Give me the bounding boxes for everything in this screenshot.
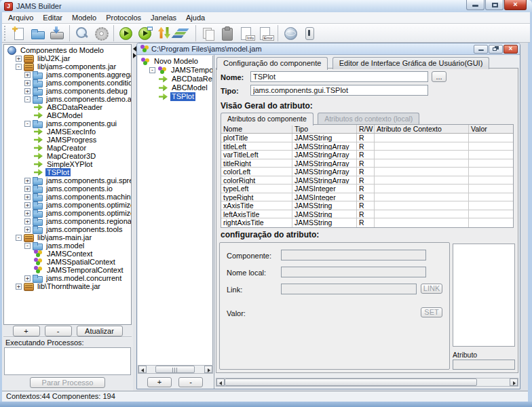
settings-button[interactable] <box>92 24 111 42</box>
library-item-componentes-do-modelo[interactable]: Componentes do Modelo <box>4 46 131 54</box>
table-row[interactable]: typeLeftJAMSIntegerR <box>221 185 513 193</box>
tree-toggle-expand-icon[interactable]: + <box>24 178 31 184</box>
table-row[interactable]: colorLeftJAMSStringArrayR <box>221 168 513 176</box>
run-model-button[interactable] <box>117 24 136 42</box>
scrollbar-thumb[interactable] <box>225 379 477 386</box>
library-item-jams-components-aggregate[interactable]: +jams.components.aggregate <box>4 71 131 79</box>
remove-component-button[interactable]: - <box>178 377 203 387</box>
menu-ajuda[interactable]: Ajuda <box>181 13 210 22</box>
column-header-r-w[interactable]: R/W <box>357 125 375 133</box>
library-item-jamsexecinfo[interactable]: JAMSExecInfo <box>4 128 131 136</box>
table-row[interactable]: leftAxisTitleJAMSStringR <box>221 210 513 219</box>
library-item-jamsspatialcontext[interactable]: JAMSSpatialContext <box>4 258 131 266</box>
table-row[interactable]: xAxisTitleJAMSStringR <box>221 201 513 210</box>
library-item-jams-components-debug[interactable]: +jams.components.debug <box>4 87 131 95</box>
add-library-button[interactable]: + <box>13 326 40 336</box>
column-header-tipo[interactable]: Tipo <box>292 125 357 133</box>
new-model-button[interactable] <box>10 24 28 42</box>
open-model-button[interactable] <box>28 24 48 42</box>
library-item-lib-jams-main-jar[interactable]: -lib\jams-main.jar <box>4 233 131 241</box>
web-button[interactable] <box>281 24 300 42</box>
table-row[interactable]: titleRightJAMSStringArrayR <box>221 159 513 168</box>
tree-toggle-expand-icon[interactable]: + <box>24 275 31 282</box>
add-component-button[interactable]: + <box>147 377 172 387</box>
library-item-mapcreator3d[interactable]: MapCreator3D <box>4 152 131 160</box>
tree-toggle-collapse-icon[interactable]: - <box>24 96 31 102</box>
editor-restore-button[interactable] <box>489 45 503 54</box>
library-item-lib-j2k-jar[interactable]: +lib\J2K.jar <box>4 54 131 62</box>
library-item-jams-model[interactable]: -jams.model <box>4 241 131 250</box>
run-model-gui-button[interactable] <box>136 24 155 42</box>
menu-protocolos[interactable]: Protocolos <box>101 13 146 22</box>
column-header-atributo-de-contexto[interactable]: Atributo de Contexto <box>375 125 469 133</box>
table-row[interactable]: varTitleLeftJAMSStringArrayR <box>221 151 513 159</box>
model-item-abcdatareader[interactable]: ABCDataReader <box>138 75 212 83</box>
tree-toggle-expand-icon[interactable]: + <box>24 186 31 192</box>
table-row[interactable]: colorRightJAMSStringArrayR <box>221 176 513 185</box>
library-item-lib-jams-components-jar[interactable]: -lib\jams-components.jar <box>4 62 131 71</box>
library-item-jams-components-regionalization[interactable]: +jams.components.regionalization <box>4 217 131 225</box>
library-item-jams-components-io[interactable]: +jams.components.io <box>4 185 131 193</box>
config-hscrollbar[interactable] <box>216 378 518 387</box>
scroll-left-arrow[interactable] <box>216 379 225 386</box>
refresh-button[interactable]: Atualizar <box>77 326 123 336</box>
tree-toggle-expand-icon[interactable]: + <box>24 218 31 225</box>
value-list-box[interactable] <box>453 244 515 347</box>
remove-library-button[interactable]: - <box>45 326 72 336</box>
column-header-nome[interactable]: Nome <box>221 125 292 133</box>
tree-toggle-expand-icon[interactable]: + <box>24 72 31 78</box>
custom-attribute-field[interactable] <box>453 360 515 370</box>
search-button[interactable] <box>73 24 92 42</box>
editor-minimize-button[interactable] <box>474 45 488 54</box>
library-item-tsplot[interactable]: TSPlot <box>4 168 131 176</box>
tree-toggle-collapse-icon[interactable]: - <box>16 64 22 70</box>
running-processes-list[interactable] <box>4 347 131 375</box>
stop-process-button[interactable]: Parar Processo <box>30 377 105 388</box>
browse-button[interactable]: ... <box>432 71 446 82</box>
editor-close-button[interactable]: × <box>504 45 518 54</box>
tree-toggle-expand-icon[interactable]: + <box>24 210 31 216</box>
library-item-lib-thornthwaite-jar[interactable]: +lib\Thornthwaite.jar <box>4 282 131 290</box>
table-row[interactable]: titleLeftJAMSStringArrayR <box>221 142 513 151</box>
menu-editar[interactable]: Editar <box>38 13 67 22</box>
table-row[interactable]: rightAxisTitleJAMSStringR <box>221 218 513 227</box>
tree-toggle-expand-icon[interactable]: + <box>24 88 31 94</box>
column-header-valor[interactable]: Valor <box>469 125 513 133</box>
tree-toggle-expand-icon[interactable]: + <box>24 80 31 86</box>
library-item-simplexyplot[interactable]: SimpleXYPlot <box>4 160 131 168</box>
model-tree-hscrollbar[interactable] <box>138 365 213 374</box>
editor-title-bar[interactable]: C:\Program Files\jams\model.jam <box>137 43 520 55</box>
library-item-jams-components-gui[interactable]: -jams.components.gui <box>4 119 131 128</box>
model-item-jamstemporalconte[interactable]: -JAMSTemporalConte <box>138 66 212 75</box>
tree-toggle-expand-icon[interactable]: + <box>16 56 22 62</box>
copy-button[interactable] <box>199 24 218 42</box>
library-item-jams-components-machinelearning[interactable]: +jams.components.machineLearning <box>4 193 131 201</box>
exit-button[interactable] <box>300 24 319 42</box>
menu-janelas[interactable]: Janelas <box>146 13 181 22</box>
tab-component-attributes[interactable]: Atributos do componente <box>221 113 314 125</box>
compare-button[interactable] <box>155 24 174 42</box>
model-item-abcmodel[interactable]: ABCModel <box>138 83 212 92</box>
table-row[interactable]: typeRightJAMSIntegerR <box>221 193 513 202</box>
tree-toggle-collapse-icon[interactable]: - <box>24 243 31 249</box>
paste-button[interactable] <box>218 24 237 42</box>
library-item-jams-model-concurrent[interactable]: +jams.model.concurrent <box>4 274 131 282</box>
library-item-jams-components-demo-abc[interactable]: -jams.components.demo.abc <box>4 95 131 103</box>
scroll-right-arrow[interactable] <box>204 366 212 373</box>
info-log-button[interactable]: Info <box>237 24 256 42</box>
scroll-right-arrow[interactable] <box>510 379 518 386</box>
library-item-abcdatareader[interactable]: ABCDataReader <box>4 103 131 111</box>
link-field[interactable] <box>281 284 417 294</box>
model-item-tsplot[interactable]: TSPlot <box>138 92 212 101</box>
scroll-left-arrow[interactable] <box>138 366 147 373</box>
library-item-jams-components-optimizer[interactable]: +jams.components.optimizer <box>4 201 131 209</box>
save-model-button[interactable] <box>48 24 66 42</box>
menu-modelo[interactable]: Modelo <box>67 13 101 22</box>
scrollbar-thumb[interactable] <box>155 366 195 373</box>
type-field[interactable] <box>250 85 428 96</box>
tree-toggle-expand-icon[interactable]: + <box>24 227 31 233</box>
tab-gui-editor[interactable]: Editor de Interface Gráfica de Usuário(G… <box>332 57 490 69</box>
name-field[interactable] <box>250 71 428 82</box>
tree-toggle-expand-icon[interactable]: + <box>24 202 31 208</box>
library-item-jams-components-gui-spreadsheet[interactable]: +jams.components.gui.spreadsheet <box>4 176 131 185</box>
